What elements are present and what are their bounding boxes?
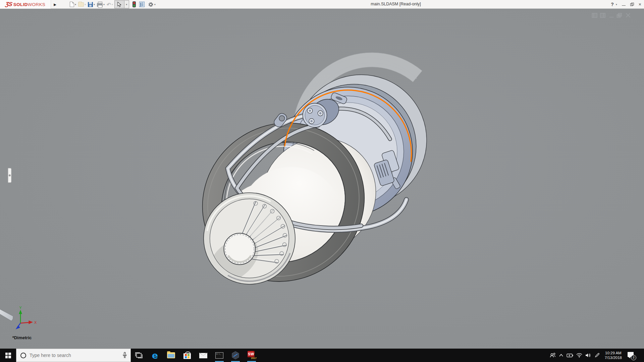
tray-time: 10:29 AM <box>605 351 622 355</box>
windows-taskbar: e C:\_ SW 2017 <box>0 349 644 362</box>
dropdown-caret-icon[interactable]: ▾ <box>154 3 156 6</box>
new-document-button[interactable]: ▾ <box>69 0 77 8</box>
dropdown-caret-icon: ▾ <box>85 3 86 6</box>
pane-right-icon[interactable] <box>600 13 605 18</box>
dropdown-caret-icon[interactable]: ▾ <box>103 3 105 6</box>
new-document-icon <box>70 2 74 7</box>
edge-button[interactable]: e <box>147 349 163 362</box>
task-view-icon <box>135 352 143 359</box>
save-button[interactable]: ▾ <box>87 0 96 8</box>
select-cursor-icon <box>114 0 124 8</box>
mail-button[interactable] <box>195 349 211 362</box>
evaluate-list-button[interactable] <box>139 0 145 8</box>
help-dropdown-caret-icon[interactable]: ▾ <box>616 3 617 6</box>
select-dropdown[interactable]: ▾ <box>124 0 129 8</box>
feature-panel-tab[interactable] <box>8 168 11 183</box>
print-button[interactable]: ▾ <box>96 0 105 8</box>
gear-icon <box>148 2 154 7</box>
tray-date: 7/13/2018 <box>605 355 622 360</box>
menu-flyout-arrow[interactable]: ▶ <box>52 1 58 8</box>
print-icon <box>97 3 103 7</box>
view-traffic-light-button[interactable] <box>132 0 137 8</box>
engine-assembly-model[interactable]: Y X *Dimetric <box>0 9 644 349</box>
edge-icon: e <box>152 351 158 360</box>
store-icon <box>183 353 191 359</box>
file-explorer-icon <box>167 352 175 358</box>
nozzle-center-hole[interactable] <box>224 233 256 265</box>
open-document-button[interactable]: ▾ <box>77 0 87 8</box>
child-restore-icon[interactable] <box>617 13 622 18</box>
solidworks-2017-button[interactable]: SW 2017 <box>244 349 260 362</box>
triad-y-label: Y <box>19 306 21 310</box>
title-bar: ƷS SOLIDWORKS ▶ ▾ ▾ ▾ ▾ ↶▾ ▾ ▾ main.SLDA… <box>0 0 644 9</box>
properties-list-icon <box>139 2 145 7</box>
traffic-light-icon <box>132 1 136 7</box>
people-icon[interactable] <box>550 352 556 358</box>
dropdown-caret-icon: ▾ <box>112 3 113 6</box>
reference-triad: Y X <box>15 306 37 329</box>
child-window-controls <box>592 13 630 18</box>
tray-clock[interactable]: 10:29 AM 7/13/2018 <box>603 351 624 360</box>
mail-icon <box>199 353 207 358</box>
hex-app-button[interactable] <box>227 349 244 362</box>
solidworks-window: ƷS SOLIDWORKS ▶ ▾ ▾ ▾ ▾ ↶▾ ▾ ▾ main.SLDA… <box>0 0 644 362</box>
notification-badge: 2 <box>631 355 636 360</box>
brand-light: WORKS <box>28 2 46 7</box>
minimize-button[interactable] <box>622 5 626 6</box>
help-button[interactable]: ? <box>611 2 614 7</box>
restore-button[interactable] <box>630 3 634 6</box>
solidworks-mark-icon: ƷS <box>5 1 13 8</box>
battery-icon[interactable] <box>567 353 573 357</box>
graphics-viewport[interactable]: Y X *Dimetric <box>0 9 644 349</box>
select-tool-button[interactable]: ▾ <box>114 0 129 8</box>
microphone-icon[interactable] <box>122 352 127 360</box>
undo-arrow-icon: ↶ <box>107 2 111 7</box>
store-button[interactable] <box>179 349 195 362</box>
window-controls: ? ▾ × <box>611 0 641 9</box>
document-title: main.SLDASM [Read-only] <box>356 2 436 6</box>
windows-logo-icon <box>5 353 11 358</box>
quick-access-toolbar: ▾ ▾ ▾ ▾ ↶▾ ▾ ▾ <box>69 0 156 9</box>
chevron-up-icon[interactable] <box>559 354 564 357</box>
dropdown-caret-icon[interactable]: ▾ <box>75 3 76 6</box>
close-button[interactable]: × <box>639 2 641 7</box>
command-prompt-icon: C:\_ <box>215 352 223 359</box>
taskbar-search[interactable] <box>16 349 131 362</box>
system-tray: 10:29 AM 7/13/2018 2 <box>550 349 644 362</box>
hex-app-icon <box>231 351 240 360</box>
solidworks-2017-icon: SW 2017 <box>247 351 256 360</box>
undo-button[interactable]: ↶▾ <box>106 0 114 8</box>
action-center-button[interactable]: 2 <box>627 351 636 360</box>
brand-bold: SOLID <box>13 2 28 7</box>
pane-left-icon[interactable] <box>592 13 597 18</box>
cortana-icon <box>20 353 26 358</box>
search-input[interactable] <box>30 353 113 358</box>
open-folder-icon <box>78 2 84 7</box>
triad-x-label: X <box>34 320 37 324</box>
command-prompt-button[interactable]: C:\_ <box>211 349 227 362</box>
task-view-button[interactable] <box>131 349 147 362</box>
pen-icon[interactable] <box>594 353 600 358</box>
wifi-icon[interactable] <box>576 353 582 358</box>
file-explorer-button[interactable] <box>163 349 179 362</box>
view-orientation-label: *Dimetric <box>12 335 32 340</box>
child-close-icon[interactable] <box>626 13 630 17</box>
options-button[interactable]: ▾ <box>147 0 156 8</box>
save-floppy-icon <box>88 2 93 7</box>
start-button[interactable] <box>0 349 16 362</box>
volume-icon[interactable] <box>585 353 591 358</box>
solidworks-logo: ƷS SOLIDWORKS <box>0 0 51 9</box>
dropdown-caret-icon[interactable]: ▾ <box>94 3 95 6</box>
